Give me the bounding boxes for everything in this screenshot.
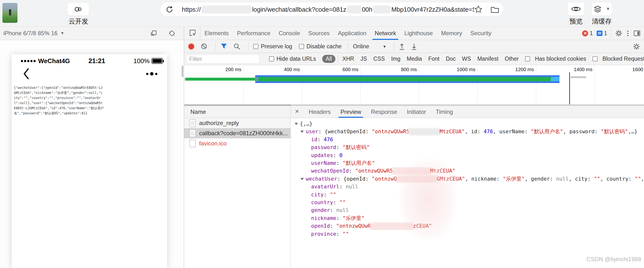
tree-row[interactable]: gender: null — [291, 206, 644, 214]
filter-pill-doc[interactable]: Doc — [446, 56, 456, 62]
tree-row[interactable]: userName: "默认用户名" — [291, 159, 644, 167]
filter-pill-css[interactable]: CSS — [373, 56, 385, 62]
bookmark-star-icon[interactable] — [474, 5, 482, 14]
tab-application[interactable]: Application — [334, 27, 370, 40]
phone-nav-bar — [12, 66, 167, 82]
tree-row[interactable]: user: {wechatOpenId: "ontnzwQUwR5MtzCEUA… — [291, 128, 644, 136]
throttling-select[interactable]: Online — [353, 43, 369, 50]
json-value: 0 — [340, 152, 343, 158]
tree-row[interactable]: nickname: "乐伊里" — [291, 214, 644, 222]
close-detail-icon[interactable]: × — [291, 108, 304, 116]
detail-tab-initiator[interactable]: Initiator — [402, 106, 431, 118]
tree-row[interactable]: openId: "ontnzwQUwRzCEUA" — [291, 222, 644, 230]
folder-icon[interactable] — [490, 6, 499, 13]
preview-button[interactable] — [568, 2, 584, 16]
json-value: GMtzCEUA" — [436, 176, 465, 182]
url-text[interactable]: https://login/wechat/callback?code=081z0… — [182, 5, 474, 14]
detail-tab-preview[interactable]: Preview — [336, 106, 366, 118]
tab-performance[interactable]: Performance — [233, 27, 274, 40]
blocked-requests-checkbox[interactable] — [592, 56, 598, 62]
rotate-device-icon[interactable] — [168, 30, 176, 37]
import-har-icon[interactable] — [399, 43, 405, 50]
request-row[interactable]: callback?code=081zZH000hHkk... — [184, 128, 290, 138]
disable-cache-checkbox[interactable] — [299, 44, 304, 49]
json-value: "" — [594, 176, 600, 182]
json-value: null — [556, 176, 569, 182]
tab-elements[interactable]: Elements — [200, 27, 233, 40]
filter-pill-manifest[interactable]: Manifest — [478, 56, 498, 62]
tree-row[interactable]: province: "" — [291, 230, 644, 238]
tab-memory[interactable]: Memory — [437, 27, 466, 40]
network-settings-gear-icon[interactable] — [633, 43, 640, 50]
record-network-log-button[interactable] — [188, 44, 194, 49]
tree-row[interactable]: avatarUrl: null — [291, 183, 644, 190]
address-bar[interactable]: https://login/wechat/callback?code=081z0… — [160, 2, 504, 16]
tree-row[interactable]: country: "" — [291, 198, 644, 206]
detail-tab-headers[interactable]: Headers — [304, 106, 336, 118]
filter-pill-js[interactable]: JS — [360, 56, 367, 62]
detail-tab-timing[interactable]: Timing — [431, 106, 458, 118]
request-row[interactable]: authorize_reply — [184, 118, 290, 128]
filter-input[interactable] — [186, 54, 259, 63]
issues-badge[interactable]: 1 — [597, 30, 607, 37]
tab-network[interactable]: Network — [370, 27, 400, 40]
viewport-scrollbar[interactable] — [182, 66, 183, 77]
hide-data-urls-checkbox[interactable] — [269, 56, 274, 62]
devtools-panel: ElementsPerformanceConsoleSourcesApplica… — [184, 27, 644, 268]
menu-dots-icon[interactable] — [146, 72, 157, 76]
tree-row[interactable]: id: 476 — [291, 136, 644, 144]
tree-row[interactable]: wechatOpenId: "ontnzwQUwR5MtzCEUA" — [291, 167, 644, 175]
tab-console[interactable]: Console — [274, 27, 304, 40]
settings-gear-icon[interactable] — [615, 30, 622, 37]
network-overview-timeline[interactable]: 200 ms400 ms600 ms800 ms1000 ms1200 ms14… — [184, 65, 644, 104]
filter-pill-xhr[interactable]: XHR — [342, 56, 354, 62]
filter-pill-media[interactable]: Media — [407, 56, 422, 62]
json-value: "默认用户名" — [342, 160, 375, 166]
back-chevron-icon[interactable] — [22, 68, 30, 80]
more-options-icon[interactable] — [626, 30, 630, 37]
clear-cache-button[interactable]: ▼ — [592, 2, 612, 16]
filter-pill-all[interactable]: All — [322, 55, 335, 63]
json-key: updates — [311, 152, 333, 158]
inspect-element-button[interactable] — [184, 27, 200, 40]
json-value: "默认密码" — [342, 144, 370, 150]
clock-label: 21:21 — [60, 57, 134, 65]
device-selector[interactable]: iPhone 6/7/8 85% 16 — [4, 30, 58, 37]
duplicate-icon[interactable] — [150, 30, 157, 37]
dock-side-icon[interactable] — [633, 30, 640, 36]
expand-arrow-icon[interactable] — [300, 130, 304, 133]
timeline-tick-label: 1000 ms — [442, 67, 476, 72]
clear-cache-caret-icon: ▼ — [606, 6, 610, 12]
search-icon[interactable] — [233, 43, 240, 50]
tree-row[interactable]: wechatUser: {openId: "ontnzwQGMtzCEUA", … — [291, 175, 644, 183]
filter-toggle-icon[interactable] — [220, 43, 227, 50]
export-har-icon[interactable] — [411, 43, 417, 50]
tab-lighthouse[interactable]: Lighthouse — [400, 27, 437, 40]
tree-row[interactable]: updates: 0 — [291, 152, 644, 159]
preserve-log-checkbox[interactable] — [253, 44, 258, 49]
tree-row[interactable]: city: "" — [291, 191, 644, 198]
filter-pill-img[interactable]: Img — [391, 56, 400, 62]
expand-arrow-icon[interactable] — [294, 123, 298, 125]
timeline-tick-label: 800 ms — [383, 67, 417, 72]
detail-tab-response[interactable]: Response — [366, 106, 402, 118]
cloud-dev-button[interactable] — [68, 3, 89, 16]
tree-row[interactable]: {,…} — [291, 120, 644, 128]
tab-sources[interactable]: Sources — [304, 27, 334, 40]
requests-name-header[interactable]: Name — [184, 106, 290, 118]
clear-network-log-button[interactable] — [200, 43, 208, 50]
refresh-icon[interactable] — [165, 5, 174, 14]
document-icon — [190, 130, 196, 137]
json-value: , password: — [563, 128, 601, 134]
filter-pill-other[interactable]: Other — [505, 56, 519, 62]
tab-security[interactable]: Security — [466, 27, 496, 40]
filter-pill-font[interactable]: Font — [428, 56, 440, 62]
filter-pill-ws[interactable]: WS — [462, 56, 471, 62]
request-row[interactable]: favicon.ico — [184, 138, 290, 148]
error-badge[interactable]: ✕ 1 — [582, 30, 593, 37]
error-icon: ✕ — [582, 30, 588, 36]
expand-arrow-icon[interactable] — [300, 178, 304, 180]
url-segment: 00h — [362, 6, 372, 13]
tree-row[interactable]: password: "默认密码" — [291, 144, 644, 151]
has-blocked-cookies-checkbox[interactable] — [525, 56, 530, 62]
